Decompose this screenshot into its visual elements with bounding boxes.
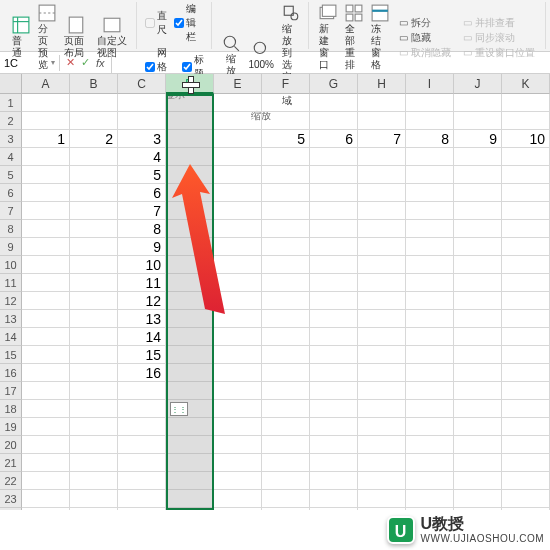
cell[interactable] bbox=[406, 418, 454, 436]
data-cell[interactable]: 9 bbox=[118, 238, 166, 256]
cell[interactable] bbox=[70, 112, 118, 130]
cell[interactable] bbox=[214, 382, 262, 400]
row-header-11[interactable]: 11 bbox=[0, 274, 22, 292]
cell[interactable] bbox=[262, 382, 310, 400]
data-cell[interactable]: 4 bbox=[118, 148, 166, 166]
unhide-button[interactable]: ▭ 取消隐藏 bbox=[399, 46, 451, 60]
column-header-A[interactable]: A bbox=[22, 74, 70, 94]
row-header-13[interactable]: 13 bbox=[0, 310, 22, 328]
cell[interactable] bbox=[358, 94, 406, 112]
row-header-16[interactable]: 16 bbox=[0, 364, 22, 382]
new-window-button[interactable]: 新建窗口 bbox=[317, 2, 339, 73]
cell[interactable] bbox=[262, 418, 310, 436]
cell[interactable] bbox=[214, 94, 262, 112]
cell[interactable] bbox=[502, 472, 550, 490]
cell[interactable] bbox=[358, 256, 406, 274]
cell[interactable] bbox=[166, 418, 214, 436]
zoom-100-button[interactable]: 100% bbox=[246, 38, 276, 73]
data-cell[interactable]: 12 bbox=[118, 292, 166, 310]
cell[interactable] bbox=[22, 400, 70, 418]
cell[interactable] bbox=[406, 364, 454, 382]
data-cell[interactable]: 16 bbox=[118, 364, 166, 382]
cell[interactable] bbox=[22, 454, 70, 472]
cell[interactable] bbox=[262, 148, 310, 166]
cell[interactable] bbox=[454, 274, 502, 292]
row-header-2[interactable]: 2 bbox=[0, 112, 22, 130]
cell[interactable] bbox=[454, 436, 502, 454]
cell[interactable] bbox=[358, 238, 406, 256]
zoom-button[interactable]: 缩放 bbox=[220, 32, 242, 79]
cell[interactable] bbox=[406, 184, 454, 202]
data-cell[interactable]: 10 bbox=[118, 256, 166, 274]
cell[interactable] bbox=[70, 148, 118, 166]
data-cell[interactable]: 8 bbox=[118, 220, 166, 238]
cell[interactable] bbox=[166, 148, 214, 166]
cell[interactable] bbox=[358, 184, 406, 202]
cell[interactable] bbox=[70, 292, 118, 310]
cell[interactable] bbox=[358, 166, 406, 184]
cell[interactable] bbox=[214, 472, 262, 490]
cell[interactable] bbox=[214, 256, 262, 274]
data-cell[interactable]: 3 bbox=[118, 130, 166, 148]
cell[interactable] bbox=[22, 238, 70, 256]
cell[interactable] bbox=[454, 94, 502, 112]
row-header-18[interactable]: 18 bbox=[0, 400, 22, 418]
cell[interactable] bbox=[310, 310, 358, 328]
column-header-E[interactable]: E bbox=[214, 74, 262, 94]
cell[interactable] bbox=[502, 220, 550, 238]
cell[interactable] bbox=[358, 292, 406, 310]
select-all-corner[interactable] bbox=[0, 74, 22, 94]
cell[interactable] bbox=[454, 400, 502, 418]
cell[interactable] bbox=[22, 94, 70, 112]
cell[interactable] bbox=[502, 382, 550, 400]
row-header-21[interactable]: 21 bbox=[0, 454, 22, 472]
cell[interactable] bbox=[70, 94, 118, 112]
cell[interactable] bbox=[214, 508, 262, 510]
cell[interactable] bbox=[22, 256, 70, 274]
cell[interactable] bbox=[310, 508, 358, 510]
cell[interactable] bbox=[166, 94, 214, 112]
cell[interactable] bbox=[166, 382, 214, 400]
cell[interactable] bbox=[22, 346, 70, 364]
cell[interactable] bbox=[70, 238, 118, 256]
cell[interactable] bbox=[406, 472, 454, 490]
cell[interactable] bbox=[22, 472, 70, 490]
cell[interactable] bbox=[262, 112, 310, 130]
cell[interactable] bbox=[454, 508, 502, 510]
cell[interactable] bbox=[502, 436, 550, 454]
cell[interactable] bbox=[310, 202, 358, 220]
cell[interactable] bbox=[358, 310, 406, 328]
cell[interactable] bbox=[454, 292, 502, 310]
view-side-button[interactable]: ▭ 并排查看 bbox=[463, 16, 535, 30]
cell[interactable] bbox=[214, 346, 262, 364]
cell[interactable] bbox=[70, 274, 118, 292]
cell[interactable] bbox=[310, 418, 358, 436]
cell[interactable] bbox=[358, 202, 406, 220]
cell[interactable] bbox=[454, 166, 502, 184]
cell[interactable] bbox=[310, 220, 358, 238]
row-header-17[interactable]: 17 bbox=[0, 382, 22, 400]
cell[interactable] bbox=[406, 112, 454, 130]
cell[interactable] bbox=[406, 490, 454, 508]
cell[interactable] bbox=[502, 238, 550, 256]
cell[interactable] bbox=[406, 202, 454, 220]
cell[interactable] bbox=[262, 238, 310, 256]
formula-bar-checkbox[interactable]: 编辑栏 bbox=[174, 2, 205, 44]
cell[interactable] bbox=[358, 148, 406, 166]
data-cell[interactable]: 9 bbox=[454, 130, 502, 148]
cell[interactable] bbox=[166, 256, 214, 274]
cell[interactable] bbox=[358, 418, 406, 436]
cell[interactable] bbox=[22, 490, 70, 508]
cell[interactable] bbox=[118, 490, 166, 508]
cell[interactable] bbox=[310, 400, 358, 418]
cell[interactable] bbox=[310, 238, 358, 256]
cell[interactable] bbox=[214, 292, 262, 310]
cell[interactable] bbox=[358, 436, 406, 454]
cell[interactable] bbox=[214, 418, 262, 436]
cell[interactable] bbox=[118, 472, 166, 490]
cell[interactable] bbox=[454, 220, 502, 238]
data-cell[interactable]: 10 bbox=[502, 130, 550, 148]
freeze-panes-button[interactable]: 冻结窗格 bbox=[369, 2, 391, 73]
cell[interactable] bbox=[406, 94, 454, 112]
confirm-icon[interactable]: ✓ bbox=[81, 56, 90, 69]
